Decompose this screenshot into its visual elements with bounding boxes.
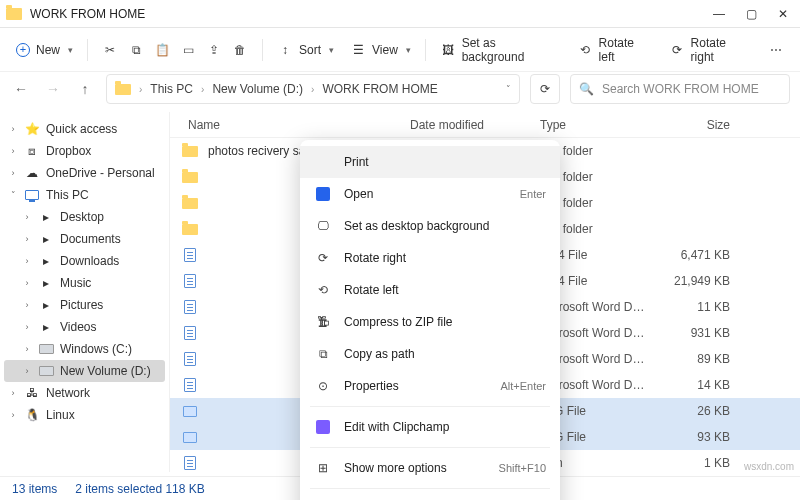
chevron-down-icon[interactable]: ˅ — [506, 84, 511, 94]
sidebar-item[interactable]: ›Windows (C:) — [4, 338, 165, 360]
context-menu: PrintOpenEnter🖵Set as desktop background… — [300, 140, 560, 500]
sidebar-item[interactable]: ›☁OneDrive - Personal — [4, 162, 165, 184]
context-menu-item[interactable]: ⟳Rotate right — [300, 242, 560, 274]
more-button[interactable]: ⋯ — [762, 38, 790, 62]
new-button[interactable]: + New ▾ — [10, 39, 79, 61]
twisty-icon[interactable]: › — [22, 212, 32, 222]
cut-icon[interactable]: ✂ — [102, 42, 118, 58]
twisty-icon[interactable]: › — [8, 410, 18, 420]
twisty-icon[interactable]: ˅ — [8, 190, 18, 200]
view-button[interactable]: ☰ View ▾ — [344, 38, 417, 62]
twisty-icon[interactable]: › — [22, 300, 32, 310]
sidebar-item-label: Network — [46, 386, 90, 400]
sidebar-item[interactable]: ›▸Pictures — [4, 294, 165, 316]
context-menu-label: Copy as path — [344, 347, 546, 361]
context-menu-label: Properties — [344, 379, 488, 393]
sidebar-item[interactable]: ›▸Downloads — [4, 250, 165, 272]
copy-icon[interactable]: ⧉ — [128, 42, 144, 58]
sidebar-item[interactable]: ›▸Desktop — [4, 206, 165, 228]
col-date[interactable]: Date modified — [410, 118, 540, 132]
folder-icon — [6, 8, 22, 20]
drive-icon — [38, 363, 54, 379]
twisty-icon[interactable]: › — [22, 322, 32, 332]
twisty-icon[interactable]: › — [8, 146, 18, 156]
breadcrumb-item[interactable]: WORK FROM HOME — [322, 82, 437, 96]
context-menu-item[interactable]: ⟲Rotate left — [300, 274, 560, 306]
twisty-icon[interactable]: › — [22, 278, 32, 288]
file-size: 931 KB — [670, 326, 750, 340]
file-size: 6,471 KB — [670, 248, 750, 262]
sidebar-item[interactable]: ›▸Videos — [4, 316, 165, 338]
sidebar-item-label: Documents — [60, 232, 121, 246]
rename-icon[interactable]: ▭ — [180, 42, 196, 58]
downloads-icon: ▸ — [38, 253, 54, 269]
paste-icon[interactable]: 📋 — [154, 42, 170, 58]
sidebar-item[interactable]: ›🐧Linux — [4, 404, 165, 426]
sidebar-item[interactable]: ›New Volume (D:) — [4, 360, 165, 382]
col-size[interactable]: Size — [670, 118, 750, 132]
sidebar-item-label: This PC — [46, 188, 89, 202]
col-type[interactable]: Type — [540, 118, 670, 132]
rotate-left-button[interactable]: ⟲ Rotate left — [571, 32, 659, 68]
context-menu-item[interactable]: 🖵Set as desktop background — [300, 210, 560, 242]
close-button[interactable]: ✕ — [776, 7, 790, 21]
sidebar-item[interactable]: ›▸Documents — [4, 228, 165, 250]
rotate-left-icon: ⟲ — [314, 281, 332, 299]
twisty-icon[interactable]: › — [8, 124, 18, 134]
back-button[interactable]: ← — [10, 81, 32, 97]
linux-icon: 🐧 — [24, 407, 40, 423]
context-menu-item[interactable]: Print — [300, 146, 560, 178]
doc-icon — [182, 299, 198, 315]
context-menu-item[interactable]: Edit with Clipchamp — [300, 411, 560, 443]
twisty-icon[interactable]: › — [8, 388, 18, 398]
chevron-right-icon: › — [311, 84, 314, 95]
sidebar-item-label: Desktop — [60, 210, 104, 224]
delete-icon[interactable]: 🗑 — [232, 42, 248, 58]
up-button[interactable]: ↑ — [74, 81, 96, 97]
breadcrumb-item[interactable]: New Volume (D:) — [212, 82, 303, 96]
context-menu-item[interactable]: ⧉Copy as path — [300, 338, 560, 370]
sidebar-item-label: Videos — [60, 320, 96, 334]
sidebar-item-label: Windows (C:) — [60, 342, 132, 356]
twisty-icon[interactable]: › — [22, 256, 32, 266]
context-menu-item[interactable]: OpenEnter — [300, 178, 560, 210]
set-background-button[interactable]: 🖼 Set as background — [434, 32, 567, 68]
sidebar-item[interactable]: ›▸Music — [4, 272, 165, 294]
sidebar-item[interactable]: ›⭐Quick access — [4, 118, 165, 140]
window-title: WORK FROM HOME — [30, 7, 145, 21]
shortcut-label: Alt+Enter — [500, 380, 546, 392]
sidebar-item[interactable]: ›🖧Network — [4, 382, 165, 404]
sort-button[interactable]: ↕ Sort ▾ — [271, 38, 340, 62]
twisty-icon[interactable]: › — [22, 344, 32, 354]
folder-icon — [182, 143, 198, 159]
maximize-button[interactable]: ▢ — [744, 7, 758, 21]
col-name[interactable]: Name — [170, 118, 410, 132]
sidebar-item[interactable]: ˅This PC — [4, 184, 165, 206]
twisty-icon[interactable]: › — [22, 366, 32, 376]
breadcrumb-item[interactable]: This PC — [150, 82, 193, 96]
minimize-button[interactable]: — — [712, 7, 726, 21]
sidebar-item-label: Linux — [46, 408, 75, 422]
shortcut-label: Shift+F10 — [499, 462, 546, 474]
rotate-right-button[interactable]: ⟳ Rotate right — [663, 32, 758, 68]
img-icon — [182, 403, 198, 419]
context-menu-item[interactable]: ⊞Show more optionsShift+F10 — [300, 452, 560, 484]
drive-icon — [38, 341, 54, 357]
breadcrumb[interactable]: › This PC › New Volume (D:) › WORK FROM … — [106, 74, 520, 104]
shortcut-label: Enter — [520, 188, 546, 200]
twisty-icon[interactable]: › — [22, 234, 32, 244]
copy-path-icon: ⧉ — [314, 345, 332, 363]
context-menu-item[interactable]: 🗜Compress to ZIP file — [300, 306, 560, 338]
address-row: ← → ↑ › This PC › New Volume (D:) › WORK… — [0, 72, 800, 112]
status-count: 13 items — [12, 482, 57, 496]
twisty-icon[interactable]: › — [8, 168, 18, 178]
title-bar: WORK FROM HOME — ▢ ✕ — [0, 0, 800, 28]
search-input[interactable]: 🔍 Search WORK FROM HOME — [570, 74, 790, 104]
context-menu-item[interactable]: ⊙PropertiesAlt+Enter — [300, 370, 560, 402]
properties-icon: ⊙ — [314, 377, 332, 395]
forward-button[interactable]: → — [42, 81, 64, 97]
refresh-button[interactable]: ⟳ — [530, 74, 560, 104]
share-icon[interactable]: ⇪ — [206, 42, 222, 58]
sidebar-item-label: Pictures — [60, 298, 103, 312]
sidebar-item[interactable]: ›⧈Dropbox — [4, 140, 165, 162]
